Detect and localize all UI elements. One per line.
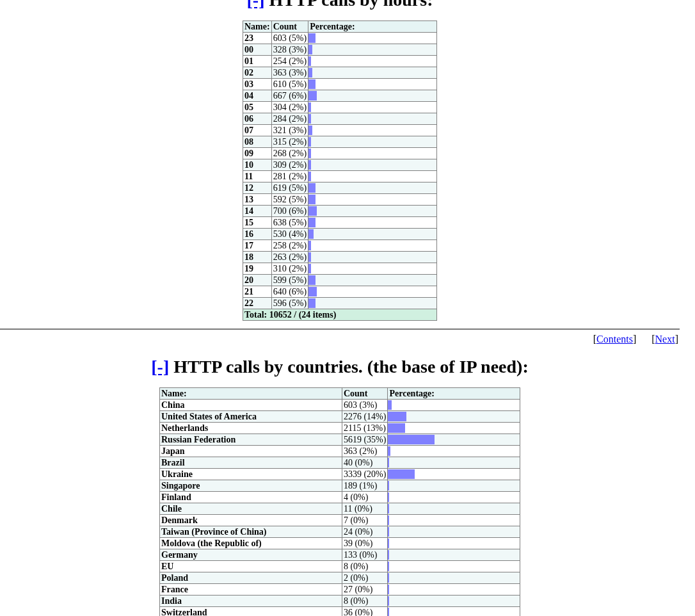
percentage-cell [308, 159, 437, 171]
nav-links: [Contents][Next] [0, 332, 680, 350]
name-cell: Netherlands [160, 423, 342, 434]
table-row: 10309 (2%) [243, 159, 437, 171]
percentage-cell [388, 526, 520, 538]
percentage-cell [308, 194, 437, 206]
percentage-cell [308, 240, 437, 252]
name-cell: 11 [243, 171, 272, 182]
table-row: Switzerland36 (0%) [160, 607, 520, 617]
percentage-bar [308, 195, 316, 204]
percentage-bar [388, 435, 435, 444]
count-cell: 39 (0%) [342, 538, 388, 549]
contents-link[interactable]: Contents [596, 334, 633, 344]
count-cell: 310 (2%) [271, 263, 308, 275]
next-link[interactable]: Next [655, 334, 675, 344]
percentage-cell [308, 298, 437, 309]
total-row: Total: 10652 / (24 items) [243, 309, 437, 321]
name-cell: 02 [243, 67, 272, 79]
percentage-cell [308, 33, 437, 44]
percentage-bar [308, 252, 311, 262]
percentage-bar [308, 56, 311, 66]
page-content: [-] HTTP calls by hours: Name: Count Per… [0, 0, 680, 616]
percentage-cell [388, 572, 520, 584]
percentage-bar [308, 149, 311, 158]
table-row: 01254 (2%) [243, 56, 437, 67]
collapse-toggle-hours[interactable]: [-] [247, 0, 265, 10]
percentage-cell [308, 56, 437, 67]
percentage-cell [388, 423, 520, 434]
percentage-bar [308, 126, 312, 135]
table-row: 06284 (2%) [243, 113, 437, 125]
name-cell: Germany [160, 549, 342, 561]
header-percentage: Percentage: [308, 21, 437, 33]
table-row: Taiwan (Province of China)24 (0%) [160, 526, 520, 538]
percentage-cell [388, 469, 520, 480]
table-row: Singapore189 (1%) [160, 480, 520, 492]
section-title-countries-text: HTTP calls by countries. (the base of IP… [169, 357, 529, 377]
percentage-cell [388, 515, 520, 526]
table-row: 02363 (3%) [243, 67, 437, 79]
count-cell: 638 (5%) [271, 217, 308, 229]
count-cell: 328 (3%) [271, 44, 308, 56]
table-row: Ukraine3339 (20%) [160, 469, 520, 480]
count-cell: 610 (5%) [271, 79, 308, 90]
percentage-bar [388, 562, 389, 571]
page-viewport[interactable]: [-] HTTP calls by hours: Name: Count Per… [0, 0, 686, 616]
table-row: Chile11 (0%) [160, 503, 520, 515]
name-cell: 08 [243, 136, 272, 148]
name-cell: 18 [243, 252, 272, 263]
percentage-cell [388, 411, 520, 423]
name-cell: 10 [243, 159, 272, 171]
section-title-hours-text: HTTP calls by hours: [265, 0, 433, 10]
count-cell: 315 (2%) [271, 136, 308, 148]
percentage-bar [308, 79, 316, 89]
name-cell: Taiwan (Province of China) [160, 526, 342, 538]
name-cell: 01 [243, 56, 272, 67]
count-cell: 189 (1%) [342, 480, 388, 492]
name-cell: Finland [160, 492, 342, 503]
percentage-bar [388, 515, 389, 525]
table-row: India8 (0%) [160, 596, 520, 607]
percentage-cell [388, 400, 520, 411]
table-row: Germany133 (0%) [160, 549, 520, 561]
count-cell: 619 (5%) [271, 182, 308, 194]
name-cell: 13 [243, 194, 272, 206]
table-row: United States of America2276 (14%) [160, 411, 520, 423]
percentage-bar [388, 596, 389, 606]
table-row: France27 (0%) [160, 584, 520, 596]
table-row: 22596 (5%) [243, 298, 437, 309]
name-cell: 00 [243, 44, 272, 56]
percentage-bar [308, 33, 316, 43]
name-cell: United States of America [160, 411, 342, 423]
name-cell: 06 [243, 113, 272, 125]
table-row: Japan363 (2%) [160, 446, 520, 457]
percentage-bar [308, 229, 314, 239]
percentage-bar [308, 183, 316, 193]
percentage-cell [388, 457, 520, 469]
header-name: Name: [160, 388, 342, 400]
percentage-cell [308, 102, 437, 113]
percentage-bar [308, 102, 311, 112]
table-row: 00328 (3%) [243, 44, 437, 56]
percentage-cell [308, 125, 437, 136]
percentage-cell [388, 492, 520, 503]
percentage-bar [308, 45, 312, 54]
percentage-cell [308, 148, 437, 159]
table-row: 05304 (2%) [243, 102, 437, 113]
percentage-cell [308, 217, 437, 229]
percentage-bar [388, 608, 389, 616]
collapse-toggle-countries[interactable]: [-] [151, 357, 169, 377]
percentage-cell [388, 561, 520, 572]
table-row: 04667 (6%) [243, 90, 437, 102]
count-cell: 5619 (35%) [342, 434, 388, 446]
percentage-cell [308, 67, 437, 79]
count-cell: 263 (2%) [271, 252, 308, 263]
count-cell: 2 (0%) [342, 572, 388, 584]
count-cell: 599 (5%) [271, 275, 308, 286]
count-cell: 268 (2%) [271, 148, 308, 159]
percentage-bar [308, 160, 311, 170]
table-row: 09268 (2%) [243, 148, 437, 159]
percentage-cell [388, 503, 520, 515]
count-cell: 596 (5%) [271, 298, 308, 309]
count-cell: 254 (2%) [271, 56, 308, 67]
hours-table: Name: Count Percentage: 23603 (5%)00328 … [243, 20, 437, 321]
